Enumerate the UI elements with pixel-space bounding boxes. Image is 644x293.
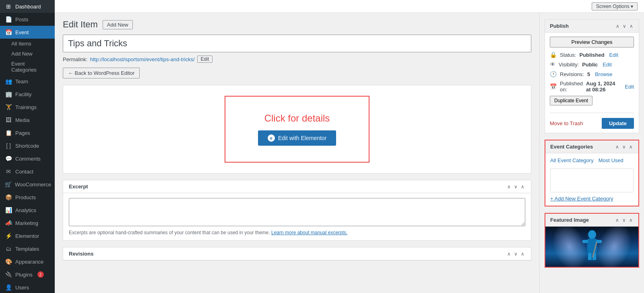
update-button[interactable]: Update [602,118,634,129]
sidebar-item-plugins[interactable]: 🔌 Plugins 2 [0,268,55,281]
featured-image-down[interactable]: ∨ [621,217,627,223]
revisions-collapse-down[interactable]: ∨ [513,251,518,257]
duplicate-event-button[interactable]: Duplicate Event [550,96,592,105]
all-event-category-tab[interactable]: All Event Category [550,157,594,165]
publish-collapse-down[interactable]: ∨ [622,23,627,29]
revisions-metabox: Revisions ∧ ∨ ∧ [63,247,531,261]
status-row: 🔒 Status: Published Edit [550,52,634,58]
revisions-browse-link[interactable]: Browse [595,71,612,77]
excerpt-metabox-header[interactable]: Excerpt ∧ ∨ ∧ [63,180,531,193]
featured-image-content [545,227,638,267]
publish-collapse-up[interactable]: ∧ [615,23,620,29]
featured-image-up[interactable]: ∧ [615,217,620,223]
permalink-row: Permalink: http://localhost/sportsmi/eve… [63,56,531,63]
publish-toggle[interactable]: ∧ [629,23,634,29]
excerpt-content: Excerpts are optional hand-crafted summa… [63,193,531,240]
excerpt-toggle[interactable]: ∧ [520,184,525,190]
add-new-event-category-link[interactable]: + Add New Event Category [550,196,613,202]
topbar: Screen Options ▾ [55,0,644,13]
featured-image-metabox: Featured Image ∧ ∨ ∧ [545,213,639,268]
revisions-row: 🕐 Revisions: 5 Browse [550,71,634,77]
screen-options-button[interactable]: Screen Options ▾ [592,2,638,10]
sidebar-item-pages[interactable]: 📋 Pages [0,126,55,139]
revisions-toggle[interactable]: ∧ [520,251,525,257]
event-categories-down[interactable]: ∨ [621,144,627,150]
sidebar-item-dashboard[interactable]: ⊞ Dashboard [0,0,55,13]
status-edit-link[interactable]: Edit [609,52,618,58]
revisions-controls: ∧ ∨ ∧ [506,251,525,257]
move-to-trash-link[interactable]: Move to Trash [550,120,583,126]
sidebar-item-products[interactable]: 📦 Products [0,191,55,204]
sidebar-item-analytics[interactable]: 📊 Analytics [0,204,55,217]
sidebar: ⊞ Dashboard 📄 Posts 📅 Event All Items Ad… [0,0,55,293]
pages-icon: 📋 [5,130,12,136]
categories-tabs: All Event Category Most Used [550,157,634,165]
excerpt-learn-more-link[interactable]: Learn more about manual excerpts. [271,230,347,235]
publish-divider [550,113,634,113]
add-new-button[interactable]: Add New [103,20,133,29]
most-used-tab[interactable]: Most Used [599,157,623,165]
visibility-value: Public [582,62,598,68]
event-categories-up[interactable]: ∧ [615,144,620,150]
sidebar-item-marketing[interactable]: 📣 Marketing [0,217,55,229]
sidebar-item-elementor[interactable]: ⚡ Elementor [0,229,55,242]
permalink-url[interactable]: http://localhost/sportsmi/event/tips-and… [90,56,194,62]
categories-list [550,168,634,192]
event-icon: 📅 [5,29,12,35]
permalink-edit-button[interactable]: Edit [197,56,213,63]
event-categories-controls: ∧ ∨ ∧ [615,144,634,150]
visibility-edit-link[interactable]: Edit [603,62,611,68]
sidebar-item-shortcode[interactable]: [ ] Shortcode [0,139,55,152]
sidebar-item-comments[interactable]: 💬 Comments [0,152,55,165]
sidebar-item-templates[interactable]: 🗂 Templates [0,242,55,255]
marketing-icon: 📣 [5,220,12,226]
sidebar-item-contact[interactable]: ✉ Contact [0,165,55,178]
featured-image-toggle[interactable]: ∧ [628,217,634,223]
users-icon: 👤 [5,284,12,291]
item-title-input[interactable] [63,35,531,52]
excerpt-collapse-up[interactable]: ∧ [506,184,512,190]
click-for-details-text: Click for details [264,113,330,124]
sidebar-item-event[interactable]: 📅 Event [0,26,55,39]
page-title-row: Edit Item Add New [63,19,531,30]
publish-metabox-header[interactable]: Publish ∧ ∨ ∧ [545,20,639,33]
back-to-wordpress-editor-button[interactable]: ← Back to WordPress Editor [63,68,140,78]
featured-image-preview[interactable] [545,227,638,267]
revisions-collapse-up[interactable]: ∧ [506,251,512,257]
visibility-row: 👁 Visibility: Public Edit [550,61,634,68]
content-preview-area: Click for details e Edit with Elementor [63,85,531,173]
status-value: Published [579,52,604,58]
visibility-icon: 👁 [550,61,555,68]
sidebar-item-team[interactable]: 👥 Team [0,75,55,88]
revisions-icon: 🕐 [550,71,557,77]
excerpt-textarea[interactable] [69,198,525,226]
sidebar-item-facility[interactable]: 🏢 Facility [0,88,55,101]
preview-changes-button[interactable]: Preview Changes [550,37,634,47]
edit-with-elementor-button[interactable]: e Edit with Elementor [258,130,336,146]
event-categories-header[interactable]: Event Categories ∧ ∨ ∧ [545,140,638,153]
excerpt-help: Excerpts are optional hand-crafted summa… [69,230,525,235]
sidebar-item-trainings[interactable]: 🏋 Trainings [0,101,55,113]
revisions-count: 5 [587,71,590,77]
event-categories-toggle[interactable]: ∧ [628,144,634,150]
excerpt-collapse-down[interactable]: ∨ [513,184,518,190]
sidebar-item-appearance[interactable]: 🎨 Appearance [0,255,55,268]
revisions-metabox-header[interactable]: Revisions ∧ ∨ ∧ [63,248,531,260]
sidebar-item-users[interactable]: 👤 Users [0,281,55,293]
sidebar-sub-add-new[interactable]: Add New [0,49,55,59]
sidebar-item-woocommerce[interactable]: 🛒 WooCommerce [0,178,55,191]
svg-rect-7 [592,260,598,262]
excerpt-title: Excerpt [69,184,88,190]
sidebar-item-posts[interactable]: 📄 Posts [0,13,55,26]
sidebar-sub-event-categories[interactable]: Event Categories [0,59,55,75]
excerpt-controls: ∧ ∨ ∧ [506,184,525,190]
event-categories-title: Event Categories [550,144,593,150]
status-icon: 🔒 [550,52,557,58]
sidebar-sub-all-items[interactable]: All Items [0,39,55,49]
published-edit-link[interactable]: Edit [625,84,634,90]
sidebar-item-media[interactable]: 🖼 Media [0,113,55,126]
calendar-icon: 📅 [550,83,557,90]
published-on-row: 📅 Published on: Aug 1, 2024 at 08:26 Edi… [550,80,634,93]
media-icon: 🖼 [5,117,12,123]
team-icon: 👥 [5,78,12,85]
